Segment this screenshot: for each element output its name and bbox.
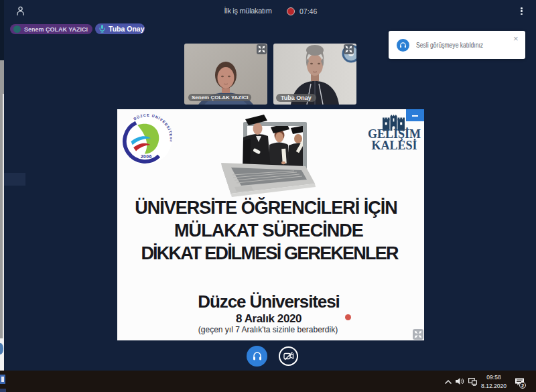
svg-text:2006: 2006: [141, 154, 152, 159]
